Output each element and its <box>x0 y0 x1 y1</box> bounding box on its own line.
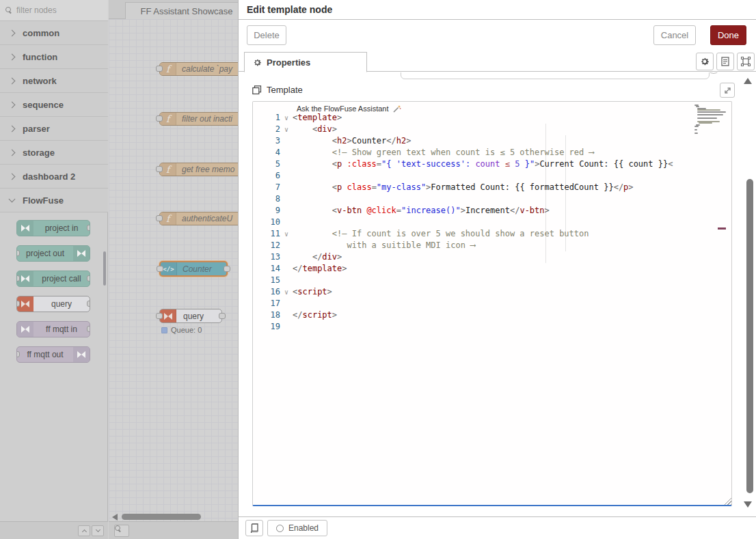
output-port[interactable] <box>87 301 90 307</box>
properties-view-button[interactable] <box>696 53 714 70</box>
code-line-17[interactable]: 17 <box>253 298 731 309</box>
output-port[interactable] <box>219 313 226 319</box>
code-line-14[interactable]: 14</template> <box>253 263 731 275</box>
palette-category-label: common <box>23 28 59 38</box>
panel-scrollbar-thumb[interactable] <box>746 179 753 493</box>
palette-category-sequence[interactable]: sequence <box>0 93 108 117</box>
input-port[interactable] <box>156 313 163 319</box>
code-line-2[interactable]: 2∨ <div> <box>253 124 731 135</box>
editor-minimap[interactable] <box>694 105 727 137</box>
palette-category-dashboard-2[interactable]: dashboard 2 <box>0 165 108 189</box>
code-line-5[interactable]: 5 <p :class="{ 'text-success': count ≤ 5… <box>253 158 731 170</box>
flow-node-query[interactable]: query <box>159 309 222 323</box>
code-line-4[interactable]: 4 <!— Show green text when count is ≤ 5 … <box>253 147 731 158</box>
input-port[interactable] <box>156 66 163 72</box>
palette-node-project-in[interactable]: project in <box>16 220 90 236</box>
tab-properties[interactable]: Properties <box>244 52 367 72</box>
code-line-15[interactable]: 15 <box>253 275 731 286</box>
delete-button[interactable]: Delete <box>247 25 286 45</box>
palette-node-project-out[interactable]: project out <box>16 245 90 262</box>
code-line-19[interactable]: 19 <box>253 321 731 333</box>
output-port[interactable] <box>87 225 90 231</box>
horizontal-scrollbar-thumb[interactable] <box>122 514 201 520</box>
output-port[interactable] <box>87 326 90 332</box>
flow-node-get-free-memo[interactable]: fget free memo <box>159 163 238 176</box>
line-number: 17 <box>253 298 280 309</box>
code-line-6[interactable]: 6 <box>253 170 731 182</box>
editor-resize-grip[interactable] <box>723 496 731 505</box>
collapse-all-button[interactable] <box>78 525 90 536</box>
description-view-button[interactable] <box>716 53 734 70</box>
code-line-13[interactable]: 13 </div> <box>253 251 731 263</box>
flow-tab[interactable]: FF Assistant Showcase <box>125 2 238 19</box>
scroll-left-arrow-icon[interactable] <box>112 514 118 521</box>
code-line-18[interactable]: 18</script> <box>253 309 731 321</box>
code-line-7[interactable]: 7 <p class="my-class">Formatted Count: {… <box>253 182 731 193</box>
palette-category-parser[interactable]: parser <box>0 117 108 141</box>
expand-editor-button[interactable] <box>720 83 735 98</box>
input-port[interactable] <box>16 250 20 256</box>
output-port[interactable] <box>224 266 230 272</box>
code-line-9[interactable]: 9 <v-btn @click="increase()">Increment</… <box>253 205 731 217</box>
input-port[interactable] <box>157 266 163 272</box>
input-port[interactable] <box>156 215 163 221</box>
fold-gutter <box>280 251 293 263</box>
code-text: </div> <box>293 251 731 263</box>
palette-node-project-call[interactable]: project call <box>16 271 90 287</box>
node-enabled-toggle[interactable]: Enabled <box>267 520 327 536</box>
panel-scroll-down-arrow[interactable] <box>744 501 752 508</box>
code-line-10[interactable]: 10 <box>253 217 731 228</box>
input-port[interactable] <box>156 115 163 122</box>
flow-node-counter[interactable]: </>Counter <box>159 261 228 277</box>
code-line-1[interactable]: 1∨<template> <box>253 112 731 124</box>
flowfuse-node-icon <box>77 350 86 359</box>
chevron-right-icon <box>9 77 16 84</box>
node-icon-area <box>17 322 33 337</box>
flow-node-filter-out-inacti[interactable]: ffilter out inacti <box>159 112 238 126</box>
flow-node-calculate-pay[interactable]: fcalculate `pay <box>159 62 238 76</box>
palette-node-ff-mqtt-out[interactable]: ff mqtt out <box>16 346 90 363</box>
chevron-right-icon <box>9 101 16 108</box>
flow-canvas[interactable]: fcalculate `payffilter out inactifget fr… <box>109 19 238 521</box>
edit-node-tray: Edit template node Delete Cancel Done Pr… <box>238 0 756 539</box>
appearance-view-button[interactable] <box>737 53 755 70</box>
minimap-line <box>699 122 712 124</box>
input-port[interactable] <box>16 275 20 281</box>
line-number: 2 <box>253 124 280 135</box>
line-number: 11 <box>253 228 280 240</box>
palette-category-storage[interactable]: storage <box>0 141 108 165</box>
code-line-11[interactable]: 11∨ <!— If count is over 5 we should sho… <box>253 228 731 240</box>
fold-arrow-icon[interactable]: ∨ <box>280 228 293 240</box>
scrolled-form-field[interactable] <box>401 72 710 79</box>
palette-scrollbar-thumb[interactable] <box>103 251 106 286</box>
node-help-button[interactable] <box>245 520 263 536</box>
palette-category-network[interactable]: network <box>0 69 108 93</box>
output-port[interactable] <box>87 275 90 281</box>
palette-search-input[interactable] <box>16 5 92 15</box>
fold-arrow-icon[interactable]: ∨ <box>280 112 293 124</box>
code-line-8[interactable]: 8 <box>253 193 731 205</box>
code-line-12[interactable]: 12 with a suitible MDI icon ⟶ <box>253 240 731 251</box>
flowfuse-node-icon <box>163 312 173 320</box>
palette-node-query[interactable]: query <box>16 296 90 312</box>
palette-node-ff-mqtt-in[interactable]: ff mqtt in <box>16 321 90 337</box>
cancel-button[interactable]: Cancel <box>653 25 696 45</box>
zoom-search-button[interactable] <box>114 525 129 537</box>
expand-all-button[interactable] <box>92 525 104 536</box>
node-icon-area <box>17 221 33 236</box>
template-code-editor[interactable]: Ask the FlowFuse Assistant 1∨<template>2… <box>252 101 732 506</box>
flow-node-authenticateu[interactable]: fauthenticateU <box>159 212 238 225</box>
fold-arrow-icon[interactable]: ∨ <box>280 286 293 298</box>
fold-arrow-icon[interactable]: ∨ <box>280 124 293 135</box>
panel-scroll-up-arrow[interactable] <box>744 78 752 84</box>
input-port[interactable] <box>156 166 163 172</box>
palette-category-function[interactable]: function <box>0 45 108 69</box>
done-button[interactable]: Done <box>710 25 746 45</box>
palette-category-common[interactable]: common <box>0 21 108 45</box>
input-port[interactable] <box>16 301 20 307</box>
code-line-16[interactable]: 16∨<script> <box>253 286 731 298</box>
input-port[interactable] <box>16 351 20 357</box>
palette-search-box[interactable] <box>0 0 108 21</box>
code-line-3[interactable]: 3 <h2>Counter</h2> <box>253 135 731 147</box>
palette-category-flowfuse[interactable]: FlowFuse <box>0 189 108 212</box>
